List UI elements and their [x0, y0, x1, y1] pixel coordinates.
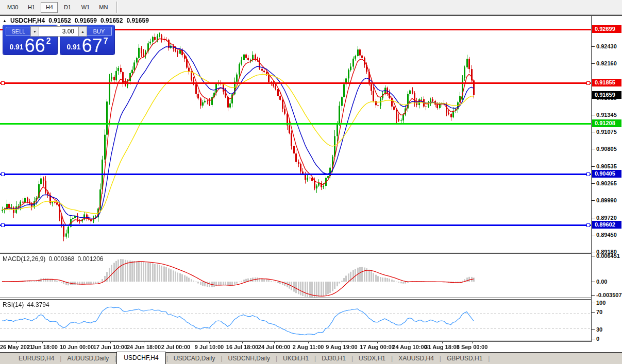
time-tick-mark [410, 342, 410, 343]
timeframe-button-h4[interactable]: H4 [41, 2, 58, 13]
price-axis-tick: 0.92160 [596, 60, 617, 67]
price-badge-089602: 0.89602 [592, 221, 621, 229]
time-axis-label: 31 Aug 18:00 [425, 344, 459, 350]
price-axis-tick: 0.89450 [596, 231, 617, 238]
rsi-value: 44.3794 [27, 301, 49, 308]
symbol-tab-eurusd-h4[interactable]: EURUSD,H4 [13, 353, 59, 363]
ohlc-low: 0.91652 [100, 17, 123, 24]
timeframe-button-m30[interactable]: M30 [4, 2, 22, 13]
axis-tick-mark [592, 235, 595, 235]
macd-title: MACD(12,26,9) [3, 255, 45, 263]
symbol-tab-audusd-daily[interactable]: AUDUSD,Daily [62, 353, 114, 363]
rsi-axis-tick: 30 [596, 326, 602, 333]
price-axis-tick: 0.91075 [596, 128, 617, 135]
volume-increase-button[interactable]: ▲ [78, 26, 87, 37]
symbol-tab-gbpusd-h1[interactable]: GBPUSD,H1 [442, 353, 487, 363]
time-axis-label: 16 Jul 18:00 [226, 344, 258, 350]
sell-price-pip: 2 [46, 37, 51, 46]
chart-title: ▲ USDCHF,H4 0.91652 0.91659 0.91652 0.91… [3, 17, 149, 24]
buy-price: 0.91677 [60, 37, 114, 54]
price-badge-091208: 0.91208 [592, 119, 621, 127]
price-badge-092699: 0.92699 [592, 25, 621, 33]
time-tick-mark [176, 342, 176, 343]
pane-separator-rsi[interactable] [0, 298, 622, 300]
price-badge-091855: 0.91855 [592, 79, 621, 86]
volume-spinner: ▼ ▲ [30, 26, 87, 37]
symbol-tab-ukoil-h1[interactable]: UKOil,H1 [278, 353, 314, 363]
time-tick-mark [274, 342, 275, 343]
time-axis-label: 2 Jun 18:00 [27, 344, 58, 350]
symbol-tab-xauusd-h4[interactable]: XAUUSD,H4 [393, 353, 439, 363]
volume-decrease-button[interactable]: ▼ [30, 26, 39, 37]
price-axis[interactable]: 0.924300.921600.916150.913450.910750.908… [591, 16, 622, 342]
price-badge-091659: 0.91659 [592, 91, 621, 99]
axis-tick-mark [592, 63, 595, 64]
time-axis-label: 9 Aug 19:00 [326, 344, 357, 350]
time-tick-mark [377, 342, 378, 343]
symbol-tab-usdcad-daily[interactable]: USDCAD,Daily [169, 353, 221, 363]
metatrader-window: M30H1H4D1W1MN ▲ USDCHF,H4 0.91652 0.9165… [0, 0, 622, 364]
timeframe-button-mn[interactable]: MN [95, 2, 112, 13]
timeframe-button-h1[interactable]: H1 [23, 2, 40, 13]
price-axis-tick: 0.92430 [596, 43, 617, 50]
time-tick-mark [144, 342, 144, 343]
rsi-title: RSI(14) [3, 301, 24, 308]
time-axis-label: 24 Aug 10:00 [392, 344, 427, 350]
time-axis-label: 24 Jun 18:00 [127, 344, 161, 350]
axis-tick-mark [592, 339, 595, 339]
axis-tick-mark [592, 200, 595, 201]
macd-main-value: 0.000368 [48, 255, 74, 263]
price-axis-tick: 0.90805 [596, 145, 617, 152]
axis-tick-mark [592, 295, 595, 296]
axis-tick-mark [592, 303, 595, 303]
price-axis-tick: 0.90535 [596, 163, 617, 170]
time-axis-label: 17 Jun 10:00 [93, 344, 127, 350]
ohlc-close: 0.91659 [126, 17, 148, 24]
rsi-pane-canvas[interactable] [0, 300, 591, 340]
symbol-period-label: USDCHF,H4 [10, 17, 45, 24]
symbol-tab-usdcnh-daily[interactable]: USDCNH,Daily [223, 353, 275, 363]
axis-tick-mark [592, 132, 595, 132]
ohlc-open: 0.91652 [48, 17, 71, 24]
time-axis-label: 2 Jul 00:00 [161, 344, 190, 350]
time-axis-label: 2 Aug 11:00 [293, 344, 324, 350]
timeframe-button-d1[interactable]: D1 [59, 2, 76, 13]
timeframe-button-w1[interactable]: W1 [77, 2, 94, 13]
symbol-tab-usdx-h1[interactable]: USDX,H1 [354, 353, 391, 363]
axis-tick-mark [592, 115, 595, 115]
arrow-up-icon: ▲ [81, 30, 85, 33]
volume-input[interactable] [39, 26, 78, 37]
timeframe-toolbar: M30H1H4D1W1MN [0, 0, 622, 14]
macd-axis-tick: 0.006451 [596, 252, 620, 259]
sell-price: 0.91662 [3, 37, 57, 54]
time-tick-mark [472, 342, 473, 343]
ohlc-high: 0.91659 [75, 17, 97, 24]
time-axis[interactable]: 26 May 20212 Jun 18:0010 Jun 00:0017 Jun… [0, 342, 591, 352]
buy-price-prefix: 0.91 [66, 43, 80, 51]
axis-tick-mark [592, 252, 595, 252]
time-axis-label: 9 Jul 10:00 [195, 344, 224, 350]
symbol-tab-usdchf-h4[interactable]: USDCHF,H4 [116, 352, 165, 364]
time-tick-mark [209, 342, 210, 343]
window-splitter [0, 15, 622, 16]
axis-tick-mark [592, 330, 595, 330]
axis-tick-mark [592, 312, 595, 313]
time-tick-mark [110, 342, 111, 343]
time-tick-mark [77, 342, 77, 343]
price-axis-tick: 0.89720 [596, 214, 617, 221]
symbol-tab-dj30-h1[interactable]: DJ30,H1 [316, 353, 351, 363]
time-tick-mark [16, 342, 17, 343]
axis-tick-mark [592, 149, 595, 149]
pane-separator-macd[interactable] [0, 252, 622, 254]
buy-price-pip: 7 [104, 37, 108, 46]
macd-axis-tick: 0.00 [596, 278, 607, 285]
macd-indicator-label: MACD(12,26,9) 0.000368 0.001206 [3, 255, 104, 263]
arrow-down-icon: ▼ [33, 30, 37, 33]
axis-tick-mark [592, 256, 595, 256]
rsi-axis-tick: 0 [596, 335, 599, 342]
collapse-triangle-icon[interactable]: ▲ [3, 19, 7, 23]
price-axis-tick: 0.90265 [596, 180, 617, 187]
macd-axis-tick: -0.003507 [596, 291, 622, 299]
price-axis-tick: 0.89990 [596, 197, 617, 204]
axis-tick-mark [592, 46, 595, 47]
